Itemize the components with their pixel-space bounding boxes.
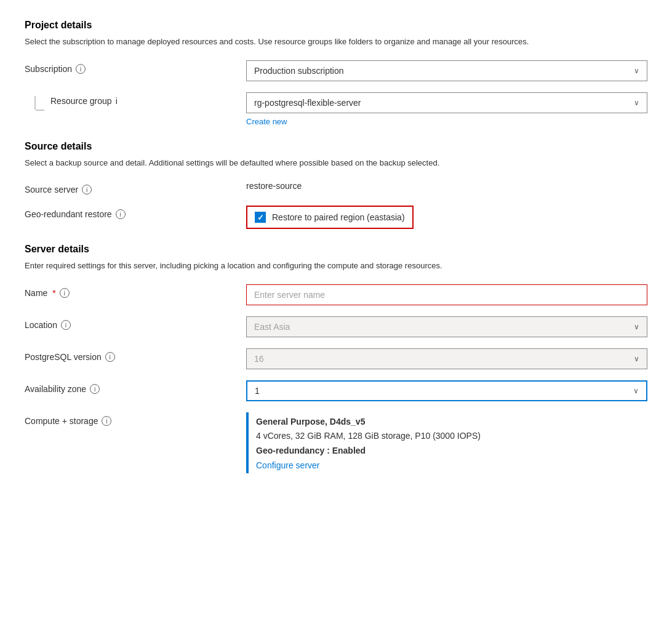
- availability-zone-label-area: Availability zone i: [25, 380, 246, 394]
- server-name-info-icon[interactable]: i: [60, 288, 70, 298]
- postgresql-version-label-area: PostgreSQL version i: [25, 348, 246, 362]
- compute-storage-line3: Geo-redundancy : Enabled: [256, 444, 647, 459]
- location-label: Location: [25, 320, 57, 330]
- server-name-input[interactable]: [246, 284, 647, 305]
- subscription-row: Subscription i Production subscription ∨: [25, 60, 647, 81]
- server-name-label-area: Name * i: [25, 284, 246, 298]
- postgresql-version-dropdown[interactable]: 16 ∨: [246, 348, 647, 369]
- resource-group-label: Resource group i: [50, 96, 118, 106]
- location-value: East Asia: [254, 322, 290, 332]
- compute-storage-label: Compute + storage: [25, 416, 98, 426]
- location-label-area: Location i: [25, 316, 246, 330]
- geo-redundant-control: Restore to paired region (eastasia): [246, 206, 647, 229]
- compute-storage-control: General Purpose, D4ds_v5 4 vCores, 32 Gi…: [246, 412, 647, 473]
- subscription-label: Subscription: [25, 64, 72, 74]
- postgresql-version-info-icon[interactable]: i: [105, 352, 115, 362]
- availability-zone-value: 1: [255, 386, 260, 396]
- resource-group-text: Resource group: [50, 96, 112, 106]
- subscription-dropdown[interactable]: Production subscription ∨: [246, 60, 647, 81]
- geo-redundant-checkbox[interactable]: [255, 212, 266, 223]
- postgresql-version-control: 16 ∨: [246, 348, 647, 369]
- server-name-required: *: [52, 288, 55, 298]
- resource-group-label-area: Resource group i: [25, 92, 246, 111]
- server-details-description: Enter required settings for this server,…: [25, 260, 647, 272]
- source-details-description: Select a backup source and detail. Addit…: [25, 157, 647, 169]
- compute-storage-line2: 4 vCores, 32 GiB RAM, 128 GiB storage, P…: [256, 429, 647, 444]
- compute-storage-label-area: Compute + storage i: [25, 412, 246, 426]
- create-new-link[interactable]: Create new: [246, 117, 287, 126]
- compute-storage-info-icon[interactable]: i: [102, 416, 111, 426]
- geo-redundant-row: Geo-redundant restore i Restore to paire…: [25, 206, 647, 229]
- availability-zone-label: Availability zone: [25, 384, 86, 394]
- postgresql-version-chevron-icon: ∨: [634, 355, 639, 363]
- availability-zone-chevron-icon: ∨: [633, 387, 639, 395]
- availability-zone-info-icon[interactable]: i: [90, 384, 100, 394]
- resource-group-dropdown[interactable]: rg-postgresql-flexible-server ∨: [246, 92, 647, 113]
- configure-server-link[interactable]: Configure server: [256, 459, 647, 473]
- subscription-chevron-icon: ∨: [634, 66, 639, 75]
- source-server-value: restore-source: [246, 177, 302, 191]
- source-server-label: Source server: [25, 185, 78, 194]
- location-row: Location i East Asia ∨: [25, 316, 647, 337]
- location-chevron-icon: ∨: [634, 323, 639, 331]
- project-details-title: Project details: [25, 20, 647, 31]
- resource-group-value: rg-postgresql-flexible-server: [254, 98, 361, 108]
- geo-redundant-label: Geo-redundant restore: [25, 209, 112, 219]
- compute-storage-line1: General Purpose, D4ds_v5: [256, 415, 647, 430]
- postgresql-version-label: PostgreSQL version: [25, 352, 102, 362]
- geo-redundant-info-icon[interactable]: i: [116, 209, 126, 219]
- resource-group-chevron-icon: ∨: [634, 98, 639, 107]
- source-server-control: restore-source: [246, 181, 647, 191]
- compute-storage-row: Compute + storage i General Purpose, D4d…: [25, 412, 647, 473]
- postgresql-version-row: PostgreSQL version i 16 ∨: [25, 348, 647, 369]
- location-info-icon[interactable]: i: [61, 320, 71, 330]
- server-details-title: Server details: [25, 244, 647, 255]
- source-server-row: Source server i restore-source: [25, 181, 647, 194]
- source-server-info-icon[interactable]: i: [82, 185, 92, 194]
- source-server-label-area: Source server i: [25, 181, 246, 194]
- source-details-title: Source details: [25, 141, 647, 152]
- subscription-control: Production subscription ∨: [246, 60, 647, 81]
- location-control: East Asia ∨: [246, 316, 647, 337]
- subscription-info-icon[interactable]: i: [76, 64, 86, 74]
- geo-redundant-label-area: Geo-redundant restore i: [25, 206, 246, 219]
- geo-redundant-checkbox-container: Restore to paired region (eastasia): [246, 206, 414, 229]
- subscription-label-area: Subscription i: [25, 60, 246, 74]
- postgresql-version-value: 16: [254, 354, 264, 364]
- availability-zone-control: 1 ∨: [246, 380, 647, 401]
- resource-group-control: rg-postgresql-flexible-server ∨ Create n…: [246, 92, 647, 126]
- resource-group-row: Resource group i rg-postgresql-flexible-…: [25, 92, 647, 126]
- server-name-row: Name * i: [25, 284, 647, 305]
- geo-redundant-checkbox-label: Restore to paired region (eastasia): [272, 212, 405, 222]
- server-name-control: [246, 284, 647, 305]
- project-details-description: Select the subscription to manage deploy…: [25, 36, 647, 48]
- availability-zone-row: Availability zone i 1 ∨: [25, 380, 647, 401]
- resource-group-info-icon[interactable]: i: [116, 96, 118, 106]
- location-dropdown[interactable]: East Asia ∨: [246, 316, 647, 337]
- availability-zone-dropdown[interactable]: 1 ∨: [246, 380, 647, 401]
- server-name-label: Name: [25, 288, 47, 298]
- subscription-value: Production subscription: [254, 66, 344, 76]
